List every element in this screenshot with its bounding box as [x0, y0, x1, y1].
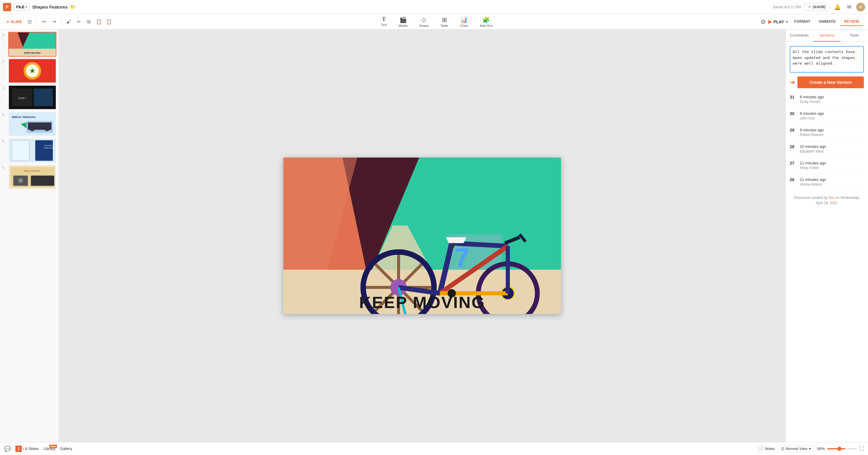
- version-item[interactable]: 27 11 minutes ago Philip Kotler: [790, 157, 864, 174]
- version-item[interactable]: 30 8 minutes ago John Doe: [790, 108, 864, 124]
- svg-rect-19: [28, 123, 52, 130]
- fullscreen-icon[interactable]: ⛶: [859, 446, 864, 451]
- slide-indicator: 1 / 6 Slides: [16, 446, 39, 452]
- main-area: 1 KEEP MOVING 2: [0, 30, 868, 442]
- redo-button[interactable]: ↪: [50, 18, 58, 26]
- animate-tab[interactable]: ANIMATE: [814, 18, 840, 26]
- slide-img-3[interactable]: SLIDE 3: [8, 85, 56, 110]
- format-painter-button[interactable]: 🖌: [65, 18, 73, 26]
- cut-button[interactable]: ✂: [75, 18, 83, 26]
- version-author: Robert Reeves: [800, 133, 864, 137]
- version-author: Jimmy Adams: [800, 182, 864, 187]
- version-info: 11 minutes ago Jimmy Adams: [800, 177, 864, 187]
- add-slide-button[interactable]: + SLIDE: [5, 18, 24, 26]
- view-mode-button[interactable]: ⊡ Normal View ▾: [778, 445, 814, 452]
- review-tab[interactable]: REVIEW: [840, 18, 863, 26]
- notes-button[interactable]: 📄 Notes: [757, 446, 775, 451]
- play-button[interactable]: ▶ PLAY ▾: [768, 19, 788, 25]
- create-version-button[interactable]: Create a New Version: [798, 76, 864, 88]
- table-tool[interactable]: ⊞ Table: [438, 15, 451, 29]
- notifications-button[interactable]: 🔔: [833, 2, 842, 12]
- version-number: 27: [790, 161, 797, 170]
- slide-label: SLIDE: [11, 20, 22, 24]
- zoom-slider[interactable]: [827, 448, 857, 449]
- chart-tool-icon: 📊: [460, 16, 468, 23]
- shape-tool[interactable]: ◇ Shape: [416, 15, 432, 29]
- version-item[interactable]: 31 8 minutes ago Emily Horrell: [790, 91, 864, 108]
- plus-icon: +: [6, 19, 9, 25]
- comments-tab[interactable]: Comments: [786, 30, 813, 42]
- undo-button[interactable]: ↩: [40, 18, 49, 26]
- slide-total: / 6 Slides: [23, 447, 39, 451]
- version-item[interactable]: 26 11 minutes ago Jimmy Adams: [790, 174, 864, 190]
- arrow-right-icon: ➜: [790, 78, 795, 86]
- table-tool-label: Table: [440, 24, 448, 27]
- version-notes-textarea[interactable]: [790, 46, 864, 73]
- version-time: 10 minutes ago: [800, 144, 864, 149]
- version-info: 9 minutes ago Robert Reeves: [800, 128, 864, 137]
- text-tool[interactable]: T Text: [378, 15, 390, 29]
- view-mode-chevron-icon: ▾: [809, 447, 811, 451]
- settings-icon[interactable]: ⚙: [761, 18, 766, 25]
- notes-icon: 📄: [757, 446, 764, 451]
- chart-tool[interactable]: 📊 Chart: [457, 15, 471, 29]
- document-folder-icon: 📁: [70, 4, 76, 10]
- slide-img-5[interactable]: Story Behind Mobile Business: [8, 138, 56, 163]
- notes-label: Notes: [765, 447, 775, 451]
- text-tool-icon: T: [382, 16, 385, 23]
- versions-tab[interactable]: Versions: [813, 30, 841, 42]
- paste-special-button[interactable]: 📋: [105, 18, 113, 26]
- version-number: 29: [790, 128, 797, 137]
- svg-text:BREAK THROUGH.: BREAK THROUGH.: [12, 116, 36, 119]
- create-version-row: ➜ Create a New Version: [790, 76, 864, 88]
- bottom-left: 💬 1 / 6 Slides Library New Gallery: [4, 446, 72, 452]
- view-mode-icon: ⊡: [781, 447, 784, 451]
- tools-tab[interactable]: Tools: [841, 30, 868, 42]
- paste-button[interactable]: 📋: [95, 18, 103, 26]
- version-item[interactable]: 28 10 minutes ago Elizabeth Tailor: [790, 141, 864, 157]
- media-tool[interactable]: 🎬 Media: [396, 15, 410, 29]
- svg-marker-60: [446, 237, 466, 243]
- svg-text:MUSIC FESTIVAL: MUSIC FESTIVAL: [24, 170, 41, 172]
- library-button[interactable]: Library New: [43, 447, 55, 451]
- created-by-info: Document created by You on Wednesday, Ap…: [790, 195, 864, 206]
- right-panel-tabs: Comments Versions Tools: [786, 30, 868, 42]
- version-item[interactable]: 29 9 minutes ago Robert Reeves: [790, 124, 864, 141]
- version-info: 11 minutes ago Philip Kotler: [800, 161, 864, 170]
- right-panel-content: ➜ Create a New Version 31 8 minutes ago …: [786, 42, 868, 442]
- format-tab[interactable]: FORMAT: [790, 18, 814, 26]
- copy-button[interactable]: ⧉: [85, 18, 93, 26]
- slide-layout-button[interactable]: ⊡: [26, 18, 34, 26]
- text-tool-label: Text: [381, 23, 387, 27]
- svg-rect-31: [31, 175, 55, 186]
- slide-thumbnail-6[interactable]: 6 MUSIC FESTIVAL: [2, 165, 56, 189]
- file-menu-button[interactable]: FILE ▾: [13, 3, 30, 11]
- slide-thumbnail-4[interactable]: 4 BREAK THROUGH.: [2, 111, 56, 136]
- slide-thumbnail-5[interactable]: 5 Story Behind Mobile Business: [2, 138, 56, 163]
- version-author: Emily Horrell: [800, 100, 864, 104]
- messages-button[interactable]: ✉: [844, 2, 854, 12]
- slide-img-1[interactable]: KEEP MOVING: [8, 32, 56, 57]
- user-avatar[interactable]: U: [856, 3, 865, 11]
- chat-icon[interactable]: 💬: [4, 446, 11, 452]
- version-number: 28: [790, 144, 797, 154]
- canvas-area: 7 KEEP MOVING: [59, 30, 785, 442]
- shape-tool-label: Shape: [419, 24, 429, 27]
- version-time: 8 minutes ago: [800, 111, 864, 116]
- slide-img-4[interactable]: BREAK THROUGH.: [8, 111, 56, 136]
- version-number: 30: [790, 111, 797, 120]
- share-button[interactable]: ↗ SHARE: [803, 3, 830, 11]
- gallery-button[interactable]: Gallery: [60, 447, 72, 451]
- slide-thumbnail-1[interactable]: 1 KEEP MOVING: [2, 32, 56, 57]
- addons-tool[interactable]: 🧩 Add-Ons: [477, 15, 495, 29]
- version-author: Elizabeth Tailor: [800, 149, 864, 154]
- view-mode-label: Normal View: [786, 447, 807, 451]
- slide-img-2[interactable]: ★: [8, 58, 56, 83]
- slide-thumbnail-2[interactable]: 2 ★: [2, 58, 56, 83]
- media-tool-label: Media: [399, 24, 407, 27]
- version-number: 26: [790, 177, 797, 187]
- play-triangle-icon: ▶: [768, 19, 772, 25]
- toolbar: + SLIDE ⊡ ↩ ↪ 🖌 ✂ ⧉ 📋 📋 T Text 🎬 Media ◇…: [0, 14, 868, 30]
- slide-thumbnail-3[interactable]: 3 SLIDE 3: [2, 85, 56, 110]
- slide-img-6[interactable]: MUSIC FESTIVAL: [8, 165, 56, 189]
